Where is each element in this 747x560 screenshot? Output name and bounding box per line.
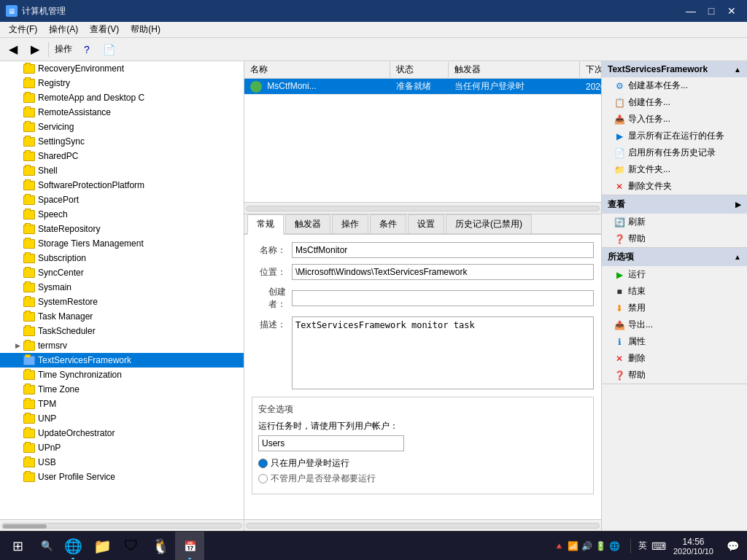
tree-item-staterepository[interactable]: StateRepository	[0, 222, 244, 236]
tab-history[interactable]: 历史记录(已禁用)	[446, 214, 532, 233]
tree-item-synccenter[interactable]: SyncCenter	[0, 265, 244, 280]
tree-item-timesync[interactable]: Time Synchronization	[0, 368, 244, 382]
table-row[interactable]: MsCtfMoni... 准备就绪 当任何用户登录时 2020/10/10 14…	[244, 79, 601, 95]
tab-general[interactable]: 常规	[247, 214, 284, 235]
tree-item-storagetiers[interactable]: Storage Tiers Management	[0, 236, 244, 251]
tree-item-upnp[interactable]: UPnP	[0, 440, 244, 455]
radio-btn-login[interactable]	[258, 459, 268, 468]
action-refresh[interactable]: 🔄 刷新	[602, 214, 747, 230]
tray-chevron[interactable]: 🔺	[554, 541, 565, 551]
action-delete[interactable]: ✕ 删除	[602, 350, 747, 367]
tree-item-userprofileservice[interactable]: User Profile Service	[0, 470, 244, 484]
tray-battery[interactable]: 🔋	[595, 541, 606, 551]
tray-internet[interactable]: 🌐	[609, 541, 620, 551]
tree-item-shell[interactable]: Shell	[0, 163, 244, 178]
tree-item-sharedpc[interactable]: SharedPC	[0, 149, 244, 163]
close-button[interactable]: ✕	[722, 4, 741, 18]
back-button[interactable]: ◀	[3, 41, 23, 58]
tree-hscrollbar[interactable]	[0, 519, 244, 531]
tree-item-taskscheduler[interactable]: TaskScheduler	[0, 324, 244, 338]
tab-actions[interactable]: 操作	[332, 214, 368, 233]
expand-arrow-termsrv[interactable]: ▶	[12, 342, 23, 349]
taskbar-search-button[interactable]: 🔍	[35, 536, 58, 556]
actions-header-view[interactable]: 查看 ▶	[602, 195, 747, 214]
action-show-running[interactable]: ▶ 显示所有正在运行的任务	[602, 128, 747, 144]
action-create-basic[interactable]: ⚙ 创建基本任务...	[602, 77, 747, 94]
tree-item-usb[interactable]: USB	[0, 455, 244, 470]
run-as-input[interactable]	[258, 435, 404, 451]
action-properties[interactable]: ℹ 属性	[602, 333, 747, 350]
action-end[interactable]: ■ 结束	[602, 283, 747, 300]
menu-action[interactable]: 操作(A)	[43, 22, 84, 37]
help-button[interactable]: ?	[77, 41, 97, 58]
menu-file[interactable]: 文件(F)	[3, 22, 43, 37]
tree-item-taskmanager[interactable]: Task Manager	[0, 309, 244, 324]
description-textarea[interactable]: TextServicesFramework monitor task	[292, 316, 594, 389]
tree-item-speech[interactable]: Speech	[0, 207, 244, 222]
action-new-folder[interactable]: 📁 新文件夹...	[602, 161, 747, 178]
tree-item-spaceport[interactable]: SpacePort	[0, 192, 244, 207]
actions-header-main[interactable]: TextServicesFramework ▲	[602, 61, 747, 77]
tree-item-remoteapp[interactable]: RemoteApp and Desktop C	[0, 90, 244, 105]
author-input[interactable]	[292, 290, 594, 306]
menu-view[interactable]: 查看(V)	[84, 22, 125, 37]
export-button[interactable]: 📄	[98, 41, 119, 58]
tree-label: TextServicesFramework	[38, 355, 131, 365]
name-input[interactable]	[292, 242, 594, 258]
action-delete-folder[interactable]: ✕ 删除文件夹	[602, 178, 747, 195]
radio-btn-always[interactable]	[258, 474, 268, 483]
tree-item-subscription[interactable]: Subscription	[0, 251, 244, 265]
tree-container[interactable]: RecoveryEnvironment Registry RemoteApp a…	[0, 61, 244, 519]
forward-button[interactable]: ▶	[25, 41, 45, 58]
action-import[interactable]: 📥 导入任务...	[602, 111, 747, 128]
tree-item-remoteassistance[interactable]: RemoteAssistance	[0, 105, 244, 120]
tree-item-servicing[interactable]: Servicing	[0, 120, 244, 134]
taskbar-app-task[interactable]: 📅	[175, 532, 204, 561]
tab-triggers[interactable]: 触发器	[285, 214, 330, 233]
tree-item-settingsync[interactable]: SettingSync	[0, 134, 244, 149]
clock[interactable]: 14:56 2020/10/10	[667, 537, 719, 556]
task-list-body[interactable]: MsCtfMoni... 准备就绪 当任何用户登录时 2020/10/10 14…	[244, 79, 601, 202]
tree-item-tpm[interactable]: TPM	[0, 397, 244, 411]
tree-item-timezone[interactable]: Time Zone	[0, 382, 244, 397]
tray-network[interactable]: 📶	[568, 541, 578, 551]
action-help-view[interactable]: ❓ 帮助	[602, 230, 747, 247]
taskbar-app-explorer[interactable]: 📁	[88, 532, 117, 561]
location-input[interactable]	[292, 264, 594, 280]
details-hscrollbar[interactable]	[244, 519, 601, 531]
taskbar-app-shield[interactable]: 🛡	[117, 532, 146, 561]
lang-indicator[interactable]: 英	[635, 540, 650, 552]
action-run[interactable]: ▶ 运行	[602, 266, 747, 283]
tab-conditions[interactable]: 条件	[370, 214, 406, 233]
task-hscrollbar[interactable]	[244, 202, 601, 214]
keyboard-icon[interactable]: ⌨	[651, 540, 666, 552]
tree-item-systemrestore[interactable]: SystemRestore	[0, 295, 244, 309]
tree-item-sysmain[interactable]: Sysmain	[0, 280, 244, 295]
tree-item-unp[interactable]: UNP	[0, 411, 244, 426]
radio-option-always[interactable]: 不管用户是否登录都要运行	[258, 472, 587, 485]
taskbar-app-edge[interactable]: 🌐	[58, 532, 88, 561]
tree-item-termsrv[interactable]: ▶ termsrv	[0, 338, 244, 353]
tab-settings[interactable]: 设置	[408, 214, 444, 233]
tree-item-recoveryenvironment[interactable]: RecoveryEnvironment	[0, 61, 244, 76]
maximize-button[interactable]: □	[702, 4, 721, 18]
action-label-properties: 属性	[628, 335, 646, 348]
action-export[interactable]: 📤 导出...	[602, 316, 747, 333]
notification-button[interactable]: 💬	[721, 532, 744, 561]
start-button[interactable]: ⊞	[0, 532, 35, 561]
action-disable[interactable]: ⬇ 禁用	[602, 300, 747, 316]
action-help-selected[interactable]: ❓ 帮助	[602, 367, 747, 384]
tree-item-registry[interactable]: Registry	[0, 76, 244, 90]
radio-option-login[interactable]: 只在用户登录时运行	[258, 457, 587, 470]
minimize-button[interactable]: —	[681, 4, 700, 18]
action-button[interactable]: 操作	[52, 41, 75, 58]
tree-item-softwareprotection[interactable]: SoftwareProtectionPlatform	[0, 178, 244, 192]
action-create-task[interactable]: 📋 创建任务...	[602, 94, 747, 111]
actions-header-selected[interactable]: 所选项 ▲	[602, 248, 747, 266]
tree-item-textservices[interactable]: TextServicesFramework	[0, 353, 244, 368]
tray-volume[interactable]: 🔊	[581, 541, 592, 551]
taskbar-app-penguin[interactable]: 🐧	[146, 532, 175, 561]
tree-item-updateorchestrator[interactable]: UpdateOrchestrator	[0, 426, 244, 440]
menu-help[interactable]: 帮助(H)	[125, 22, 166, 37]
action-enable-history[interactable]: 📄 启用所有任务历史记录	[602, 144, 747, 161]
